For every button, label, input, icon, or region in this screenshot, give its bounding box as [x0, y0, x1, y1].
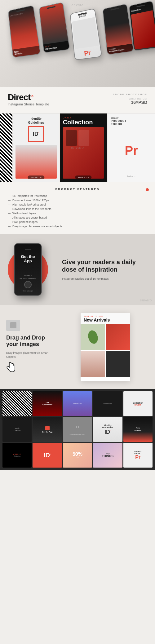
cell-label-product: ProductEBook	[134, 451, 141, 454]
feature-item-6: All shapes are vector based	[8, 216, 147, 219]
feature-item-7: Pixel perfect shapes	[8, 220, 147, 224]
guide-title: Identity Guidelines	[28, 117, 44, 125]
quote-mark: "	[75, 424, 80, 433]
daily-label: DAILY	[63, 117, 104, 119]
app-subtitle: Instagram Stories Set of 16 templates	[62, 277, 149, 281]
swipe-up-2[interactable]: Swipe Up	[75, 175, 91, 179]
id-red-display: ID°	[44, 452, 51, 459]
preview-card-identity: Identity Guidelines ID° Swipe Up	[13, 113, 59, 182]
feature-item-3: High resolution/retina proof	[8, 203, 147, 206]
feature-item-8: Easy image placement via smart objects	[8, 225, 147, 228]
phone-mock-2: DAILY Collection	[39, 2, 70, 53]
preview-card-0: ity	[0, 113, 12, 182]
hero-section: #motivation New Arrivals DAILY Collectio…	[0, 0, 155, 87]
cell-label-50: 50% OFF	[135, 404, 141, 406]
brand-left: Direct° Instagram Stories Template	[8, 93, 49, 106]
cell-sublabel-black: Collection	[14, 455, 20, 457]
swipe-up-1[interactable]: Swipe Up	[28, 175, 44, 179]
hero-phones: #motivation New Arrivals DAILY Collectio…	[0, 0, 155, 87]
grid-cell-getapp2: Get the App	[33, 417, 62, 442]
grid-cell-stripe	[2, 391, 32, 416]
arrivals-right: SAVE UP TO 50% New Arrivals	[56, 305, 155, 389]
quote-text: A really great product story...	[69, 433, 86, 435]
grid-cell-photo1: #directsocial	[63, 391, 92, 416]
app-watermark: envato	[140, 298, 152, 302]
adobe-label: ADOBE PHOTOSHOP	[113, 93, 147, 96]
preview-watermark: envato	[71, 145, 84, 150]
brand-title: Direct°	[8, 93, 49, 102]
collection-image	[63, 127, 104, 179]
arrivals-mockup: SAVE UP TO 50% New Arrivals	[81, 313, 130, 381]
cell-pr-text: Pr	[135, 455, 140, 460]
percent-sub: OFF	[76, 457, 79, 459]
grid-cell-weekly: weeklyCollection	[2, 417, 32, 442]
cell-text-getapp: GetApplication	[42, 402, 52, 406]
feature-item-4: Download links to the free fonts	[8, 207, 147, 211]
send-message-label: Send Message	[23, 290, 33, 292]
psd-count: 16×PSD	[113, 100, 147, 105]
phone-screen-4: direct° Instagram Stories	[103, 4, 133, 54]
cell-text-collection: Collection	[133, 402, 143, 404]
arrivals-left: Drag and Drop your images Easy images pl…	[0, 305, 56, 389]
grid-cell-id-red: ID°	[33, 443, 62, 468]
grid-cell-id: IdentityGuidelines ID°	[93, 417, 122, 442]
direct-small: direct°	[111, 117, 152, 119]
bottom-grid-row2: weeklyCollection Get the App " A really …	[2, 417, 153, 442]
grid-cell-arrivals: NewArrivals	[123, 417, 153, 442]
phone-screen-2: DAILY Collection	[39, 3, 69, 52]
grid-cell-leaf	[81, 324, 105, 350]
cell-text-dark1: #directsocial	[103, 403, 112, 405]
drag-drop-title: Drag and Drop your images	[6, 335, 50, 348]
bottom-grid-row3: weekly Collection ID° 50% OFF Things THI…	[2, 443, 153, 468]
features-section: PRODUCT FEATURES 16 Templates for Photos…	[0, 182, 155, 234]
phone-screen-5: Collection	[129, 1, 155, 51]
grid-cell-getapp: GetApplication	[33, 391, 62, 416]
cell-text-arrivals: NewArrivals	[135, 427, 141, 432]
app-get-text: Get the App	[17, 255, 39, 264]
grid-cell-red	[106, 324, 130, 350]
cell-text-getapp2: Get the App	[42, 431, 53, 433]
grid-cell-black: weekly Collection	[2, 443, 32, 468]
partial-text: ity	[2, 169, 8, 175]
features-list: 16 Templates for Photoshop Document size…	[8, 194, 147, 228]
app-icon-cell	[45, 426, 50, 430]
arrivals-grid	[81, 324, 130, 377]
id-small-display: ID°	[104, 429, 111, 435]
collection-text: Collection	[63, 119, 104, 126]
what-inside-label: WHAT INSIDE:	[113, 98, 147, 100]
cell-text-photo1: #directsocial	[73, 403, 82, 405]
cell-label-identity: IdentityGuidelines	[102, 424, 113, 429]
info-right: ADOBE PHOTOSHOP WHAT INSIDE: 16×PSD	[113, 93, 147, 105]
grid-cell-quote: " A really great product story...	[63, 417, 92, 442]
feature-item-2: Document size: 1080×1920px	[8, 199, 147, 202]
app-store-sub: App Store / Google Play	[20, 278, 36, 279]
grid-cell-50off: 50% OFF	[63, 443, 92, 468]
arrivals-section: Drag and Drop your images Easy images pl…	[0, 305, 155, 389]
grid-cell-cool: Things THINGS	[93, 443, 122, 468]
feature-item-5: Well ordered layers	[8, 212, 147, 215]
red-dot-decoration	[146, 188, 149, 191]
hand-cursor-icon	[6, 362, 50, 374]
grid-cell-collection: Collection 50% OFF	[123, 391, 153, 416]
app-store-label: Available At	[24, 275, 32, 277]
arrivals-top-bar: SAVE UP TO 50% New Arrivals	[81, 313, 130, 324]
info-section: Direct° Instagram Stories Template ADOBE…	[0, 87, 155, 113]
hero-watermark: envato	[71, 3, 83, 7]
arrivals-heading: New Arrivals	[84, 318, 127, 322]
feature-item-1: 16 Templates for Photoshop	[8, 194, 147, 198]
id-box-text: ID°	[33, 131, 39, 137]
phone-mock-3: Product EBook Pr	[70, 8, 102, 60]
app-phone-mock: Get the App Available At App Store / Goo…	[14, 243, 42, 296]
cell-text-weekly: weeklyCollection	[14, 427, 20, 432]
app-phone-area: Get the App Available At App Store / Goo…	[0, 234, 56, 305]
info-top: Direct° Instagram Stories Template ADOBE…	[8, 93, 147, 106]
app-phone-screen: Get the App Available At App Store / Goo…	[15, 244, 41, 295]
app-promo-section: Get the App Available At App Store / Goo…	[0, 234, 155, 305]
percent-text: 50%	[73, 452, 82, 457]
phone-screen-3: Product EBook Pr	[70, 9, 101, 60]
grid-cell-dark1: #directsocial	[93, 391, 122, 416]
app-info-area: Give your readers a daily dose of inspir…	[56, 252, 155, 287]
phone-mock-5: Collection	[129, 0, 155, 51]
bottom-grid-row1: GetApplication #directsocial #directsoci…	[2, 391, 153, 416]
bottom-grid-section: GetApplication #directsocial #directsoci…	[0, 389, 155, 470]
